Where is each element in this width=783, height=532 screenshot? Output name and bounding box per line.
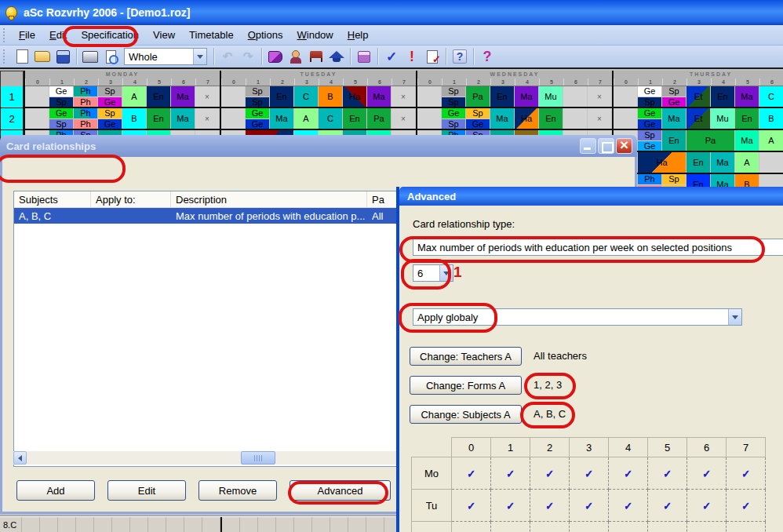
timetable-cell-blocked[interactable]: × bbox=[392, 108, 416, 129]
timetable-cell[interactable]: Ma bbox=[171, 86, 195, 107]
timetable-cell[interactable]: A bbox=[759, 130, 783, 151]
menu-item-help[interactable]: Help bbox=[341, 27, 376, 43]
timetable-cell[interactable]: En bbox=[147, 86, 171, 107]
position-checkbox[interactable]: ✓ bbox=[452, 457, 491, 490]
card-relationships-title-bar[interactable]: Card relationships bbox=[0, 135, 637, 157]
relationship-type-select[interactable]: Max number of periods with education per… bbox=[413, 239, 783, 256]
position-checkbox[interactable]: ✓ bbox=[727, 490, 766, 522]
timetable-cell[interactable]: SpSp bbox=[442, 86, 466, 107]
timetable-cell[interactable]: B bbox=[759, 108, 783, 129]
timetable-cell[interactable]: PhPh bbox=[74, 86, 98, 107]
timetable-cell[interactable]: B bbox=[319, 86, 343, 107]
chevron-down-icon[interactable] bbox=[439, 265, 453, 281]
timetable-cell[interactable]: Pa bbox=[367, 108, 392, 129]
menu-item-edit[interactable]: Edit bbox=[42, 27, 74, 43]
check-icon[interactable]: ✓ bbox=[382, 48, 401, 66]
timetable-cell-empty[interactable] bbox=[221, 86, 246, 107]
open-folder-icon[interactable] bbox=[33, 48, 52, 66]
timetable-cell[interactable]: Ha bbox=[638, 152, 686, 173]
timetable-cell[interactable]: C bbox=[759, 86, 783, 107]
box-icon[interactable] bbox=[355, 48, 373, 66]
timetable-cell[interactable]: SpGe bbox=[98, 108, 122, 129]
position-checkbox[interactable]: ✓ bbox=[491, 490, 530, 522]
menu-item-specification[interactable]: Specification bbox=[74, 27, 146, 43]
wizard-icon[interactable] bbox=[450, 48, 469, 66]
timetable-cell[interactable]: En bbox=[343, 108, 367, 129]
position-checkbox[interactable]: ✓ bbox=[687, 457, 727, 490]
menu-item-window[interactable]: Window bbox=[290, 27, 340, 43]
timetable-cell-empty[interactable] bbox=[759, 152, 783, 173]
timetable-cell[interactable]: Ma bbox=[735, 86, 759, 107]
redo-icon[interactable]: ↷ bbox=[239, 48, 257, 66]
timetable-cell[interactable]: Et bbox=[686, 108, 711, 129]
timetable-cell-empty[interactable] bbox=[614, 108, 638, 129]
position-checkbox[interactable] bbox=[491, 522, 530, 532]
timetable-cell-blocked[interactable]: × bbox=[195, 86, 220, 107]
timetable-cell[interactable]: SpGe bbox=[638, 130, 662, 151]
timetable-cell[interactable]: SpSp bbox=[246, 86, 270, 107]
timetable-cell-empty[interactable] bbox=[563, 86, 588, 107]
timetable-cell[interactable]: Mu bbox=[539, 86, 563, 107]
timetable-cell[interactable]: Pa bbox=[686, 130, 735, 151]
menu-item-file[interactable]: File bbox=[12, 27, 42, 43]
chevron-down-icon[interactable] bbox=[728, 309, 741, 325]
close-icon[interactable] bbox=[616, 138, 632, 154]
timetable-cell[interactable]: Ma bbox=[171, 108, 195, 129]
menu-item-timetable[interactable]: Timetable bbox=[182, 27, 241, 43]
position-checkbox[interactable]: ✓ bbox=[648, 490, 687, 522]
position-checkbox[interactable]: ✓ bbox=[648, 457, 687, 490]
timetable-cell[interactable]: GeSp bbox=[49, 108, 74, 129]
save-icon[interactable] bbox=[53, 48, 72, 66]
timetable-cell-empty[interactable] bbox=[25, 86, 49, 107]
chevron-down-icon[interactable] bbox=[193, 49, 206, 64]
undo-icon[interactable]: ↶ bbox=[218, 48, 237, 66]
position-checkbox[interactable]: ✓ bbox=[530, 457, 570, 490]
timetable-cell[interactable]: C bbox=[294, 86, 319, 107]
position-checkbox[interactable]: ✓ bbox=[570, 457, 609, 490]
position-checkbox[interactable] bbox=[687, 522, 727, 532]
add-button[interactable]: Add bbox=[16, 480, 95, 501]
timetable-cell[interactable]: GeSp bbox=[638, 86, 662, 107]
position-checkbox[interactable] bbox=[648, 522, 687, 532]
timetable-cell[interactable]: Ma bbox=[367, 86, 392, 107]
position-checkbox[interactable]: ✓ bbox=[452, 490, 491, 522]
timetable-cell[interactable]: En bbox=[686, 152, 711, 173]
timetable-cell-empty[interactable] bbox=[417, 86, 442, 107]
edit-button[interactable]: Edit bbox=[107, 480, 186, 501]
timetable-cell[interactable]: SpGe bbox=[662, 86, 686, 107]
timetable-cell-blocked[interactable]: × bbox=[588, 86, 612, 107]
timetable-cell-empty[interactable] bbox=[563, 108, 588, 129]
timetable-cell[interactable]: Ma bbox=[662, 108, 686, 129]
position-checkbox[interactable]: ✓ bbox=[530, 490, 570, 522]
menu-item-view[interactable]: View bbox=[146, 27, 182, 43]
position-checkbox[interactable]: ✓ bbox=[609, 457, 648, 490]
cap-icon[interactable] bbox=[327, 48, 346, 66]
timetable-cell-empty[interactable] bbox=[614, 86, 638, 107]
timetable-cell[interactable]: Ha bbox=[343, 86, 367, 107]
change-forms-button[interactable]: Change: Forms A bbox=[410, 376, 522, 395]
position-checkbox[interactable]: ✓ bbox=[491, 457, 530, 490]
row-header[interactable]: 2 bbox=[0, 108, 24, 130]
position-checkbox[interactable] bbox=[530, 522, 570, 532]
doc-check-icon[interactable] bbox=[423, 48, 442, 66]
timetable-cell[interactable]: En bbox=[735, 108, 759, 129]
timetable-cell[interactable]: GeSp bbox=[49, 86, 74, 107]
position-checkbox[interactable]: ✓ bbox=[687, 490, 727, 522]
minimize-icon[interactable] bbox=[580, 138, 596, 154]
column-header-apply-to[interactable]: Apply to: bbox=[91, 191, 171, 207]
timetable-cell[interactable]: Ma bbox=[711, 152, 735, 173]
timetable-cell[interactable]: C bbox=[319, 108, 343, 129]
remove-button[interactable]: Remove bbox=[198, 480, 277, 501]
print-icon[interactable] bbox=[81, 48, 100, 66]
advanced-title-bar[interactable]: Advanced bbox=[399, 187, 783, 206]
timetable-cell[interactable]: En bbox=[270, 86, 294, 107]
timetable-cell-blocked[interactable]: × bbox=[195, 108, 220, 129]
change-subjects-button[interactable]: Change: Subjects A bbox=[410, 405, 522, 424]
timetable-cell[interactable]: Ha bbox=[515, 108, 539, 129]
book-icon[interactable] bbox=[266, 48, 285, 66]
exclamation-icon[interactable]: ! bbox=[402, 48, 421, 66]
timetable-cell[interactable]: Ma bbox=[270, 108, 294, 129]
new-document-icon[interactable] bbox=[13, 48, 31, 66]
position-checkbox[interactable] bbox=[570, 522, 609, 532]
timetable-cell[interactable]: SpGe bbox=[98, 86, 122, 107]
